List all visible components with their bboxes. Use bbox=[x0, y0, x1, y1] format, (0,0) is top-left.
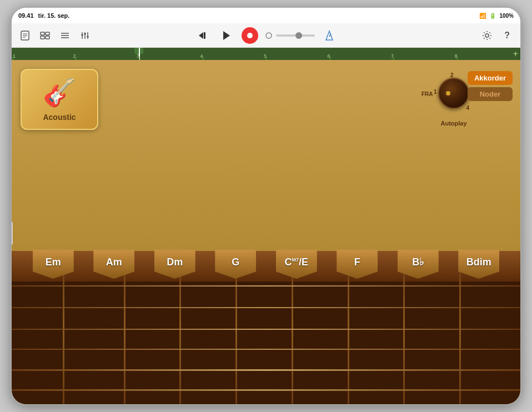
chord-em[interactable]: Em bbox=[33, 250, 74, 279]
add-track-button[interactable]: + bbox=[513, 49, 518, 59]
chord-bdim[interactable]: Bdim bbox=[458, 250, 499, 279]
volume-button-left bbox=[12, 222, 13, 244]
volume-control bbox=[265, 32, 315, 39]
knob-pos-4: 4 bbox=[466, 105, 469, 111]
instrument-name: Acoustic bbox=[43, 113, 76, 122]
toolbar: ? bbox=[12, 23, 520, 48]
svg-rect-7 bbox=[46, 36, 49, 39]
battery-level: 100% bbox=[499, 13, 514, 19]
chord-bb[interactable]: B♭ bbox=[398, 250, 439, 279]
chord-dm[interactable]: Dm bbox=[154, 250, 195, 279]
timeline: 1 2 3 4 5 6 7 8 + bbox=[12, 48, 520, 60]
status-right: 📶 🔋 100% bbox=[479, 13, 514, 19]
string-2 bbox=[12, 307, 520, 308]
string-6 bbox=[12, 389, 520, 391]
svg-point-24 bbox=[485, 34, 489, 37]
mixer-button[interactable] bbox=[77, 28, 93, 43]
akkorder-button[interactable]: Akkorder bbox=[468, 71, 513, 85]
settings-button[interactable] bbox=[479, 28, 495, 43]
status-bar: 09.41 tir. 15. sep. 📶 🔋 100% bbox=[12, 8, 520, 23]
guitar-icon: 🎸 bbox=[43, 77, 76, 108]
chord-buttons: Em Am Dm G bbox=[12, 250, 520, 279]
string-1 bbox=[12, 285, 520, 287]
string-3 bbox=[12, 329, 520, 330]
fra-label: FRA bbox=[421, 91, 433, 97]
svg-rect-15 bbox=[84, 33, 86, 34]
play-button[interactable] bbox=[218, 27, 235, 44]
svg-rect-4 bbox=[41, 32, 44, 35]
metronome-button[interactable] bbox=[322, 28, 337, 43]
string-4 bbox=[12, 349, 520, 350]
knob-pos-1: 1 bbox=[434, 89, 437, 95]
svg-point-21 bbox=[266, 33, 272, 38]
knob-indicator bbox=[446, 91, 450, 96]
battery-icon: 🔋 bbox=[489, 13, 496, 19]
tracks-button[interactable] bbox=[57, 28, 73, 43]
wifi-icon: 📶 bbox=[479, 13, 486, 19]
svg-marker-22 bbox=[326, 31, 333, 40]
svg-rect-5 bbox=[46, 32, 49, 35]
timeline-ruler: 1 2 3 4 5 6 7 8 bbox=[12, 48, 520, 60]
volume-slider[interactable] bbox=[276, 34, 315, 37]
toolbar-left bbox=[17, 28, 181, 43]
svg-point-20 bbox=[247, 33, 253, 38]
instrument-card[interactable]: 🎸 Acoustic bbox=[21, 69, 98, 130]
layout-button[interactable] bbox=[37, 28, 53, 43]
svg-rect-18 bbox=[204, 32, 205, 39]
autoplay-label: Autoplay bbox=[440, 120, 466, 127]
autoplay-knob[interactable] bbox=[438, 78, 469, 109]
ipad-frame: 09.41 tir. 15. sep. 📶 🔋 100% bbox=[11, 7, 521, 405]
svg-rect-16 bbox=[87, 36, 89, 37]
status-date: tir. 15. sep. bbox=[38, 12, 70, 19]
mode-buttons: Akkorder Noder bbox=[468, 71, 513, 101]
noder-button[interactable]: Noder bbox=[468, 87, 513, 101]
new-button[interactable] bbox=[17, 28, 33, 43]
help-button[interactable]: ? bbox=[499, 28, 515, 43]
toolbar-center bbox=[184, 27, 348, 44]
chord-g[interactable]: G bbox=[215, 250, 256, 279]
svg-marker-19 bbox=[223, 31, 230, 40]
svg-rect-6 bbox=[41, 36, 44, 39]
status-time: 09.41 bbox=[18, 12, 34, 19]
rewind-button[interactable] bbox=[195, 27, 212, 44]
chord-cm7e[interactable]: CM7/E bbox=[276, 250, 317, 279]
toolbar-right: ? bbox=[351, 28, 515, 43]
guitar-main: 🎸 Acoustic 1 2 3 4 FRA Autoplay bbox=[12, 60, 520, 405]
svg-rect-14 bbox=[81, 34, 83, 36]
chord-am[interactable]: Am bbox=[93, 250, 134, 279]
chord-f[interactable]: F bbox=[337, 250, 378, 279]
svg-marker-17 bbox=[199, 32, 203, 39]
string-5 bbox=[12, 369, 520, 371]
status-left: 09.41 tir. 15. sep. bbox=[18, 12, 69, 19]
record-button[interactable] bbox=[242, 27, 258, 44]
